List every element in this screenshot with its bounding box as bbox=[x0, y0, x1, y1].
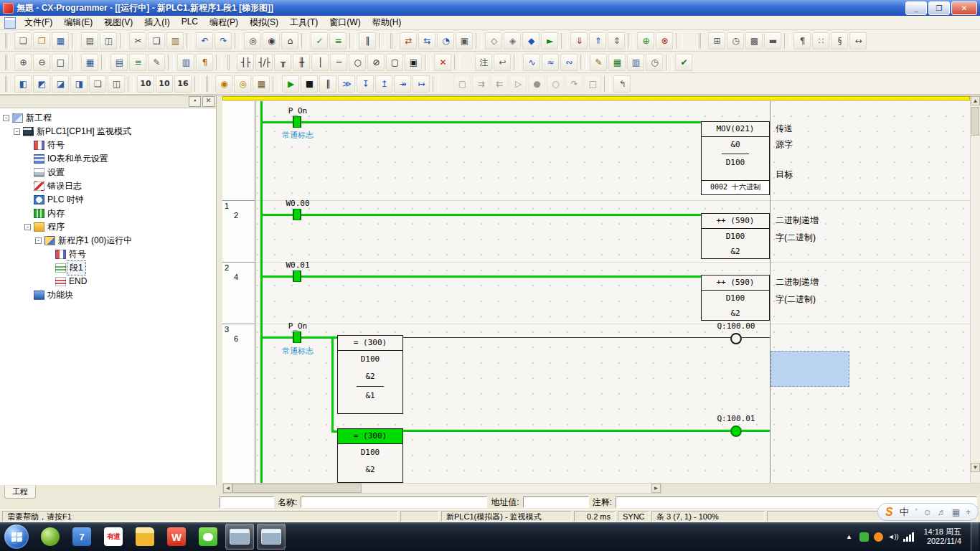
menu-view[interactable]: 视图(V) bbox=[98, 15, 138, 30]
sim-pause-button[interactable]: ‖ bbox=[319, 75, 336, 93]
new-horizontal-line-button[interactable]: ─ bbox=[330, 54, 347, 71]
rung-margin[interactable]: 3 6 bbox=[222, 324, 255, 483]
scroll-left-button[interactable]: ◄ bbox=[223, 484, 232, 493]
mdi-child-icon[interactable] bbox=[4, 17, 16, 29]
cx-programmer-app-icon[interactable] bbox=[3, 3, 14, 14]
contact-p-on[interactable] bbox=[293, 331, 301, 343]
search-address-button[interactable]: ⌂ bbox=[281, 32, 298, 50]
toggle-workspace-button[interactable]: ◧ bbox=[14, 75, 32, 93]
rung-margin[interactable]: 2 4 bbox=[222, 262, 255, 324]
contact-w001[interactable] bbox=[293, 270, 301, 282]
toggle-output-window-button[interactable]: ◩ bbox=[33, 75, 50, 93]
operand[interactable]: &2 bbox=[338, 461, 402, 479]
sim-step-out-button[interactable]: ↥ bbox=[375, 75, 392, 93]
monitoring-button[interactable]: ◉ bbox=[215, 75, 232, 93]
volume-icon[interactable]: ◄)) bbox=[888, 531, 899, 542]
data-trace-button[interactable]: ≈ bbox=[542, 54, 559, 71]
replace-button[interactable]: ◉ bbox=[263, 32, 280, 50]
compare-instruction-block[interactable]: = (300) D100 &2 &1 bbox=[337, 335, 403, 414]
tree-collapse-toggle[interactable]: - bbox=[3, 115, 9, 121]
zoom-out-button[interactable]: ⊖ bbox=[33, 54, 50, 71]
horizontal-scrollbar[interactable]: ◄ ► bbox=[222, 483, 661, 494]
differential-monitor-button[interactable]: ∿ bbox=[523, 54, 540, 71]
sim-step-in-button[interactable]: ↧ bbox=[357, 75, 374, 93]
tree-item-io-table[interactable]: -IO表和单元设置 bbox=[0, 152, 216, 166]
auto-online-button[interactable]: ⇆ bbox=[418, 32, 435, 50]
sim-run-button[interactable]: ▶ bbox=[282, 75, 299, 93]
tree-item-section-end[interactable]: -END bbox=[0, 275, 216, 288]
watch-window-button[interactable]: ◷ bbox=[727, 32, 744, 50]
show-desktop-button[interactable] bbox=[971, 522, 979, 551]
operand[interactable]: D100 bbox=[702, 229, 769, 244]
network-icon[interactable] bbox=[903, 532, 914, 542]
compile-all-button[interactable]: ≡ bbox=[329, 32, 347, 50]
output-coil-q100-01[interactable] bbox=[730, 425, 742, 437]
cut-button[interactable]: ✂ bbox=[129, 32, 146, 50]
sim-step-run-button[interactable]: ≫ bbox=[338, 75, 355, 93]
force-off-button[interactable]: ⊗ bbox=[656, 32, 673, 50]
mnemonic-view-button[interactable]: ✎ bbox=[148, 54, 165, 71]
panel-close-icon[interactable]: ✕ bbox=[202, 96, 215, 107]
monitor-mode-button[interactable]: ◆ bbox=[522, 32, 540, 50]
show-rung-annotations-button[interactable]: ∷ bbox=[812, 32, 829, 50]
ladder-view-button[interactable]: ≡ bbox=[129, 54, 146, 71]
tree-item-plc[interactable]: -新PLC1[CP1H] 监视模式 bbox=[0, 125, 216, 138]
program-check-button[interactable]: ✔ bbox=[675, 54, 692, 71]
contact-p-on[interactable] bbox=[293, 116, 301, 128]
set-new-value-button[interactable]: ✎ bbox=[590, 54, 607, 71]
compare-instruction-block-selected[interactable]: = (300) D100 &2 bbox=[337, 428, 403, 483]
menu-window[interactable]: 窗口(W) bbox=[324, 15, 366, 30]
symbol-table-button[interactable]: ▤ bbox=[110, 54, 128, 71]
punctuation-icon[interactable]: ’ bbox=[915, 507, 918, 517]
address-field[interactable] bbox=[523, 496, 589, 508]
delete-element-button[interactable]: ✕ bbox=[434, 54, 451, 71]
vertical-scroll-thumb[interactable] bbox=[971, 107, 979, 136]
sim-scan-run-button[interactable]: ↦ bbox=[413, 75, 430, 93]
grid-height-16-button[interactable]: 16 bbox=[174, 75, 192, 93]
address-reference-button[interactable]: ▩ bbox=[745, 32, 763, 50]
tab-project[interactable]: 工程 bbox=[4, 486, 36, 499]
monitoring-pause-button[interactable]: ◎ bbox=[234, 75, 251, 93]
hidden-icons-button[interactable]: ▲ bbox=[844, 531, 854, 542]
plc-memory-button[interactable]: ▦ bbox=[608, 54, 626, 71]
restore-button[interactable]: ❐ bbox=[928, 1, 950, 15]
toolbar-grip[interactable] bbox=[390, 33, 396, 49]
taskbar-app-app-blue[interactable]: 7 bbox=[67, 524, 96, 550]
zoom-in-button[interactable]: ⊕ bbox=[14, 54, 32, 71]
taskbar-app-explorer[interactable] bbox=[131, 524, 159, 550]
taskbar-clock[interactable]: 14:18 周五 2022/11/4 bbox=[919, 527, 966, 546]
toggle-watch-window-button[interactable]: ◪ bbox=[52, 75, 69, 93]
menu-plc[interactable]: PLC bbox=[176, 15, 204, 30]
taskbar-app-youdao[interactable]: 有道 bbox=[99, 524, 128, 550]
io-table-tool-button[interactable]: ▥ bbox=[627, 54, 644, 71]
toolbox-icon[interactable]: + bbox=[966, 507, 971, 517]
operand[interactable]: &2 bbox=[702, 306, 769, 321]
zoom-100-button[interactable]: □ bbox=[52, 54, 69, 71]
compile-program-button[interactable]: ✓ bbox=[311, 32, 328, 50]
rung-comment-button[interactable]: ¶ bbox=[196, 54, 213, 71]
menu-insert[interactable]: 插入(I) bbox=[138, 15, 175, 30]
operand[interactable]: D100 bbox=[702, 291, 769, 306]
toggle-rung-wrap-button[interactable]: ↩ bbox=[494, 54, 511, 71]
new-or-contact-button[interactable]: ╥ bbox=[274, 54, 291, 71]
find-button[interactable]: ◎ bbox=[244, 32, 261, 50]
open-project-button[interactable]: ❒ bbox=[33, 32, 50, 50]
horizontal-scroll-thumb[interactable] bbox=[232, 484, 362, 493]
toggle-grid-button[interactable]: ▦ bbox=[81, 54, 98, 71]
new-closed-contact-button[interactable]: ┤/├ bbox=[255, 54, 273, 71]
edit-io-comment-button[interactable]: 注 bbox=[475, 54, 492, 71]
show-comments-button[interactable]: ¶ bbox=[793, 32, 811, 50]
output-window-button[interactable]: ▬ bbox=[764, 32, 781, 50]
menu-simulation[interactable]: 模拟(S) bbox=[244, 15, 284, 30]
tree-item-section1[interactable]: -段1 bbox=[0, 261, 216, 275]
operand[interactable]: D100 bbox=[338, 351, 402, 368]
toolbar-grip[interactable] bbox=[5, 55, 11, 70]
tree-item-programs[interactable]: -程序 bbox=[0, 220, 216, 234]
tree-item-function-blocks[interactable]: -功能块 bbox=[0, 288, 216, 302]
antivirus-tray-icon[interactable] bbox=[859, 532, 869, 542]
menu-tools[interactable]: 工具(T) bbox=[284, 15, 324, 30]
pause-flag-button[interactable]: ‖ bbox=[359, 32, 376, 50]
monitor-button[interactable]: ◔ bbox=[437, 32, 454, 50]
paste-button[interactable]: ▥ bbox=[166, 32, 184, 50]
panel-pin-icon[interactable]: ▪ bbox=[189, 96, 201, 107]
